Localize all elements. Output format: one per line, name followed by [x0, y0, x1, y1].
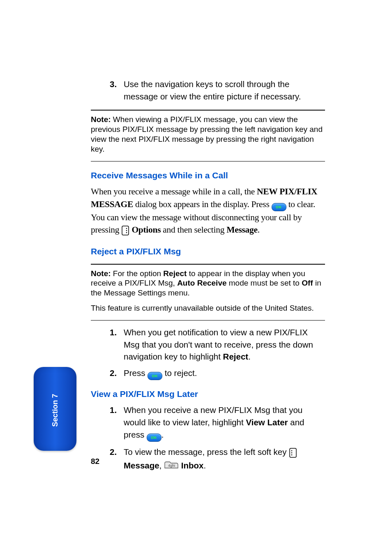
- svg-point-1: [126, 228, 127, 229]
- svg-point-6: [291, 452, 293, 453]
- page-number: 82: [91, 457, 99, 466]
- later-step-1: 1. When you receive a new PIX/FLIX Msg t…: [91, 404, 325, 441]
- note-label: Note:: [91, 115, 111, 124]
- paragraph-receive: When you receive a message while in a ca…: [91, 185, 325, 237]
- page-content: 3. Use the navigation keys to scroll thr…: [91, 78, 325, 476]
- note-1: Note: When viewing a PIX/FLIX message, y…: [91, 115, 325, 154]
- bold-text: Reject: [223, 352, 249, 361]
- later-step-2: 2. To view the message, press the left s…: [91, 446, 325, 472]
- text: .: [258, 225, 260, 235]
- step-number: 3.: [110, 78, 117, 90]
- step-number: 2.: [110, 446, 117, 458]
- ok-key-icon: [147, 434, 161, 442]
- text: For the option: [111, 269, 164, 278]
- heading-view-later: View a PIX/FLIX Msg Later: [91, 389, 325, 399]
- text: When you receive a message while in a ca…: [91, 187, 257, 196]
- text: mode must be set to: [227, 279, 302, 287]
- bold-text: Reject: [163, 269, 187, 278]
- heading-reject: Reject a PIX/FLIX Msg: [91, 247, 325, 256]
- step-text: Use the navigation keys to scroll throug…: [124, 79, 301, 101]
- bold-text: Message: [124, 461, 159, 470]
- later-steps: 1. When you receive a new PIX/FLIX Msg t…: [91, 404, 325, 472]
- ok-key-icon: [272, 203, 286, 211]
- text: and then selecting: [161, 225, 226, 235]
- bold-text: Options: [131, 225, 161, 235]
- ok-key-icon: [148, 372, 162, 380]
- text: Press: [124, 368, 148, 378]
- right-softkey-icon: [121, 225, 129, 238]
- step-number: 1.: [110, 404, 117, 416]
- text: When you get notification to view a new …: [124, 328, 313, 361]
- text: .: [161, 430, 164, 439]
- svg-point-5: [291, 450, 293, 451]
- bold-text: Message: [226, 225, 258, 235]
- reject-steps: 1. When you get notification to view a n…: [91, 326, 325, 380]
- text: .: [203, 461, 206, 470]
- note-2: Note: For the option Reject to appear in…: [91, 269, 325, 298]
- folder-key-icon: 4ghi: [164, 461, 179, 470]
- text: dialog box appears in the display. Press: [133, 199, 272, 209]
- svg-rect-4: [290, 448, 296, 457]
- bold-text: Inbox: [181, 461, 204, 470]
- step-3: 3. Use the navigation keys to scroll thr…: [91, 78, 325, 102]
- note-text: When viewing a PIX/FLIX message, you can…: [91, 115, 323, 153]
- text: To view the message, press the left soft…: [124, 447, 289, 457]
- divider: [91, 264, 325, 265]
- heading-receive: Receive Messages While in a Call: [91, 171, 325, 180]
- svg-point-2: [126, 230, 127, 231]
- text: .: [248, 352, 251, 361]
- section-tab: Section 7: [34, 367, 76, 451]
- svg-rect-0: [122, 226, 129, 235]
- reject-step-2: 2. Press to reject.: [91, 367, 325, 380]
- svg-text:4ghi: 4ghi: [168, 464, 175, 468]
- svg-point-3: [126, 232, 127, 233]
- step-number: 1.: [110, 326, 117, 339]
- step-list-top: 3. Use the navigation keys to scroll thr…: [91, 78, 325, 102]
- divider: [91, 320, 325, 321]
- divider: [91, 161, 325, 161]
- note-label: Note:: [91, 269, 111, 278]
- divider: [91, 110, 325, 111]
- svg-point-7: [291, 454, 293, 455]
- step-number: 2.: [110, 367, 117, 379]
- unavailable-text: This feature is currently unavailable ou…: [91, 304, 325, 313]
- section-tab-label: Section 7: [51, 389, 60, 432]
- text: ,: [159, 461, 164, 470]
- text: to reject.: [162, 368, 197, 378]
- bold-text: Auto Receive: [177, 279, 226, 287]
- reject-step-1: 1. When you get notification to view a n…: [91, 326, 325, 363]
- left-softkey-icon: [289, 447, 297, 460]
- bold-text: Off: [302, 279, 313, 287]
- bold-text: View Later: [246, 417, 288, 427]
